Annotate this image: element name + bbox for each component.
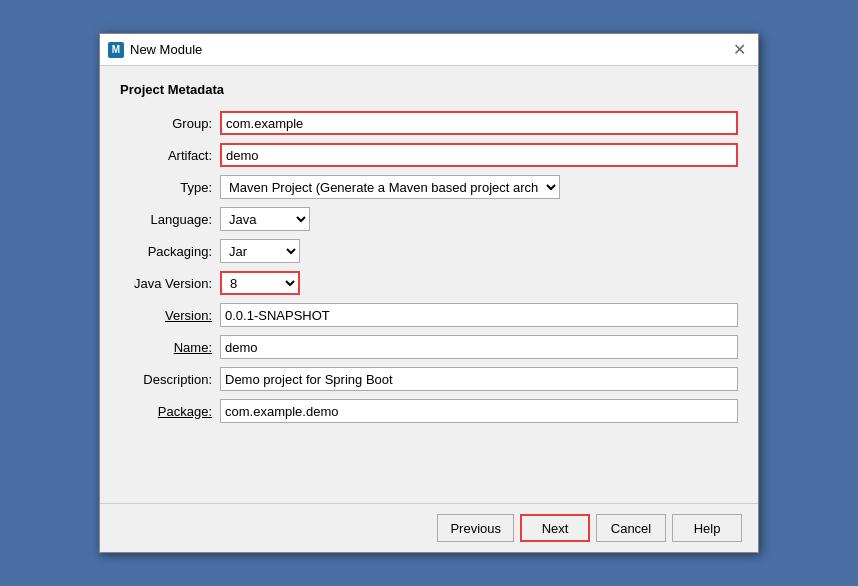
version-label: Version: — [120, 308, 220, 323]
title-bar-left: M New Module — [108, 42, 202, 58]
cancel-button[interactable]: Cancel — [596, 514, 666, 542]
title-bar: M New Module ✕ — [100, 34, 758, 66]
section-title: Project Metadata — [120, 82, 738, 97]
previous-button[interactable]: Previous — [437, 514, 514, 542]
packaging-label: Packaging: — [120, 244, 220, 259]
language-label: Language: — [120, 212, 220, 227]
dialog-footer: Previous Next Cancel Help — [100, 503, 758, 552]
artifact-input[interactable] — [220, 143, 738, 167]
description-label: Description: — [120, 372, 220, 387]
java-version-label: Java Version: — [120, 276, 220, 291]
group-input[interactable] — [220, 111, 738, 135]
dialog-title: New Module — [130, 42, 202, 57]
java-version-select[interactable]: 8 11 17 21 — [220, 271, 300, 295]
name-label: Name: — [120, 340, 220, 355]
close-button[interactable]: ✕ — [729, 40, 750, 60]
packaging-row: Packaging: Jar War — [120, 239, 738, 263]
group-row: Group: — [120, 111, 738, 135]
language-row: Language: Java Kotlin Groovy — [120, 207, 738, 231]
language-select[interactable]: Java Kotlin Groovy — [220, 207, 310, 231]
artifact-row: Artifact: — [120, 143, 738, 167]
package-label: Package: — [120, 404, 220, 419]
dialog-icon: M — [108, 42, 124, 58]
description-input[interactable] — [220, 367, 738, 391]
name-input[interactable] — [220, 335, 738, 359]
name-row: Name: — [120, 335, 738, 359]
dialog-body: Project Metadata Group: Artifact: Type: … — [100, 66, 758, 503]
type-label: Type: — [120, 180, 220, 195]
package-row: Package: — [120, 399, 738, 423]
next-button[interactable]: Next — [520, 514, 590, 542]
type-row: Type: Maven Project (Generate a Maven ba… — [120, 175, 738, 199]
new-module-dialog: M New Module ✕ Project Metadata Group: A… — [99, 33, 759, 553]
type-select[interactable]: Maven Project (Generate a Maven based pr… — [220, 175, 560, 199]
packaging-select[interactable]: Jar War — [220, 239, 300, 263]
version-input[interactable] — [220, 303, 738, 327]
group-label: Group: — [120, 116, 220, 131]
artifact-label: Artifact: — [120, 148, 220, 163]
package-input[interactable] — [220, 399, 738, 423]
description-row: Description: — [120, 367, 738, 391]
version-row: Version: — [120, 303, 738, 327]
help-button[interactable]: Help — [672, 514, 742, 542]
java-version-row: Java Version: 8 11 17 21 — [120, 271, 738, 295]
